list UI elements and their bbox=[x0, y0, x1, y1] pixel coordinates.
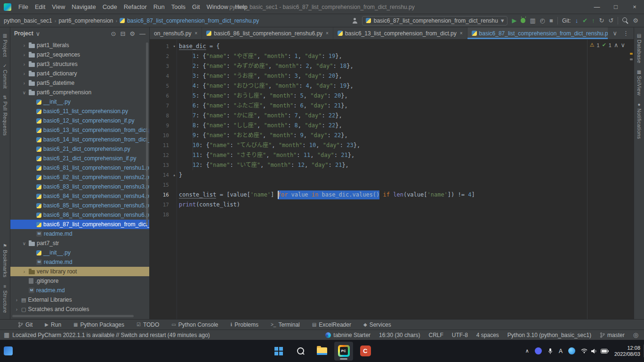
status-line-ending[interactable]: CRLF bbox=[428, 332, 443, 338]
widgets-icon[interactable] bbox=[4, 346, 13, 355]
tray-expand-icon[interactable]: ∧ bbox=[525, 348, 529, 354]
code-line-7[interactable]: 6: {"name": "ふたご座", "month": 6, "day": 2… bbox=[179, 101, 634, 111]
maximize-button[interactable]: □ bbox=[606, 0, 625, 14]
tree-item-basic6-21-dict-comprehension-if-py[interactable]: basic6_21_dict_comprehension_if.py bbox=[10, 154, 149, 163]
line-number-17[interactable]: 17 bbox=[150, 200, 177, 210]
inspections-widget[interactable]: ⚠ 1 ✔ 1 ∧ ∨ bbox=[590, 42, 625, 48]
debug-button[interactable] bbox=[521, 18, 525, 23]
hidden-tabs-icon[interactable]: ∨ bbox=[612, 30, 617, 36]
code-line-15[interactable] bbox=[179, 180, 634, 190]
menu-refactor[interactable]: Refactor bbox=[121, 0, 150, 14]
code-line-18[interactable] bbox=[179, 210, 634, 220]
minimize-button[interactable]: — bbox=[588, 0, 606, 14]
line-number-7[interactable]: 7 bbox=[150, 101, 177, 111]
toolwindow-button-run[interactable]: ▶Run bbox=[45, 321, 61, 328]
code-with-me-icon[interactable] bbox=[352, 18, 358, 24]
tree-item-basic6-85-list-comprehension-renshu5-py[interactable]: basic6_85_list_comprehension_renshu5.py bbox=[10, 201, 149, 210]
toolwindow-button-structure[interactable]: ≡Structure bbox=[2, 281, 8, 316]
status-indent[interactable]: 4 spaces bbox=[476, 332, 499, 338]
search-everywhere-icon[interactable] bbox=[622, 17, 628, 24]
code-line-1[interactable]: base_dic = { bbox=[179, 41, 634, 51]
toolwindow-button-bookmarks[interactable]: ⚑Bookmarks bbox=[2, 240, 8, 281]
project-view-title[interactable]: Project bbox=[14, 30, 33, 37]
menu-window[interactable]: Window bbox=[203, 0, 232, 14]
project-vertical-scrollbar[interactable] bbox=[146, 42, 148, 225]
cortana-icon[interactable] bbox=[568, 347, 575, 354]
toolwindow-button-excelreader[interactable]: ▤ExcelReader bbox=[312, 321, 351, 328]
fold-close-icon[interactable]: ▴ bbox=[173, 170, 176, 180]
ime-indicator[interactable]: A bbox=[559, 348, 563, 354]
tree-item-basic6-83-list-comprehension-renshu3-py[interactable]: basic6_83_list_comprehension_renshu3.py bbox=[10, 182, 149, 191]
git-push-button[interactable]: ↑ bbox=[592, 17, 595, 24]
toolwindow-button-services[interactable]: ◆Services bbox=[363, 321, 391, 328]
line-number-5[interactable]: 5 bbox=[150, 81, 177, 91]
profiler-button[interactable]: ◴ bbox=[540, 17, 545, 24]
close-tab-icon[interactable]: × bbox=[460, 31, 463, 36]
code-line-9[interactable]: 8: {"name": "しし座", "month": 8, "day": 22… bbox=[179, 121, 634, 131]
close-button[interactable]: × bbox=[625, 0, 644, 14]
code-line-11[interactable]: 10: {"name": "てんびん座", "month": 10, "day"… bbox=[179, 140, 634, 150]
status-caret-info[interactable]: 16:30 (30 chars) bbox=[379, 332, 420, 338]
line-number-12[interactable]: 12 bbox=[150, 150, 177, 160]
line-number-10[interactable]: 10 bbox=[150, 131, 177, 140]
toolwindow-button-sciview[interactable]: ▦SciView bbox=[636, 66, 642, 99]
menu-git[interactable]: Git bbox=[189, 0, 203, 14]
toolwindow-button-pull-requests[interactable]: ⇅Pull Requests bbox=[2, 92, 8, 139]
status-python-interpreter[interactable]: Python 3.10 (python_basic_sec1) bbox=[507, 332, 591, 338]
code-line-17[interactable]: print(conste_list) bbox=[179, 200, 634, 210]
taskbar-explorer[interactable] bbox=[313, 342, 331, 361]
code-line-12[interactable]: 11: {"name": "さそり座", "month": 11, "day":… bbox=[179, 150, 634, 160]
more-options-icon[interactable]: ⋮ bbox=[623, 30, 629, 36]
line-number-4[interactable]: 4 bbox=[150, 71, 177, 81]
tree-item-gitignore[interactable]: .gitignore bbox=[10, 276, 149, 286]
toolwindow-button-todo[interactable]: ☑TODO bbox=[137, 321, 159, 328]
close-tab-icon[interactable]: × bbox=[326, 31, 329, 36]
menu-code[interactable]: Code bbox=[99, 0, 121, 14]
tree-item-basic6-12-list-comprehension-if-py[interactable]: basic6_12_list_comprehension_if.py bbox=[10, 116, 149, 125]
discord-icon[interactable] bbox=[535, 347, 542, 354]
coverage-button[interactable]: ▥ bbox=[530, 17, 535, 24]
git-history-button[interactable]: ↻ bbox=[599, 17, 604, 24]
code-line-2[interactable]: 1: {"name": "やぎ座", "month": 1, "day": 19… bbox=[179, 51, 634, 61]
hide-panel-icon[interactable]: — bbox=[139, 31, 145, 37]
locate-file-icon[interactable]: ⊙ bbox=[111, 31, 116, 37]
tree-item-basic6-11-list-comprehension-py[interactable]: basic6_11_list_comprehension.py bbox=[10, 107, 149, 116]
toolwindow-button-python-console[interactable]: ▭Python Console bbox=[171, 321, 218, 328]
line-number-1[interactable]: 1▾ bbox=[150, 41, 177, 51]
tree-item-basic6-84-list-comprehension-renshu4-py[interactable]: basic6_84_list_comprehension_renshu4.py bbox=[10, 191, 149, 201]
menu-file[interactable]: File bbox=[15, 0, 32, 14]
tree-item-init-py[interactable]: __init__.py bbox=[10, 97, 149, 107]
gear-icon[interactable]: ⚙ bbox=[129, 31, 135, 37]
toolwindow-button-notifications[interactable]: ●Notifications bbox=[636, 99, 642, 142]
tree-item-readme-md[interactable]: Mreadme.md bbox=[10, 257, 149, 267]
tree-item-basic6-81-list-comprehension-renshu1-py[interactable]: basic6_81_list_comprehension_renshu1.py bbox=[10, 163, 149, 173]
tree-item-external-libraries[interactable]: ›▤External Libraries bbox=[10, 295, 149, 304]
taskbar-pycharm[interactable]: PC bbox=[334, 342, 353, 361]
status-globe[interactable]: ◎ bbox=[633, 332, 638, 338]
line-number-11[interactable]: 11 bbox=[150, 140, 177, 150]
collapse-all-icon[interactable]: ⊟ bbox=[120, 31, 125, 37]
tree-item-part5-datetime[interactable]: ›part5_datetime bbox=[10, 78, 149, 88]
code-line-4[interactable]: 3: {"name": "うお座", "month": 3, "day": 20… bbox=[179, 71, 634, 81]
code-line-14[interactable]: } bbox=[179, 170, 634, 180]
editor-tab-basic6-86-list-comprehension-renshu6-py[interactable]: basic6_86_list_comprehension_renshu6.py× bbox=[202, 27, 333, 39]
fold-open-icon[interactable]: ▾ bbox=[173, 41, 176, 51]
toolwindow-button-git[interactable]: Git bbox=[18, 321, 32, 328]
menu-run[interactable]: Run bbox=[150, 0, 168, 14]
code-editor[interactable]: 1▾234567891011121314▴15161718 base_dic =… bbox=[150, 40, 634, 319]
code-line-13[interactable]: 12: {"name": "いて座", "month": 12, "day": … bbox=[179, 160, 634, 170]
code-line-6[interactable]: 5: {"name": "おうし座", "month": 5, "day": 2… bbox=[179, 91, 634, 101]
tree-item-basic6-14-list-comprehension-from-dict-if-py[interactable]: basic6_14_list_comprehension_from_dict_i… bbox=[10, 135, 149, 144]
code-line-10[interactable]: 9: {"name": "おとめ座", "month": 9, "day": 2… bbox=[179, 131, 634, 140]
run-button[interactable]: ▶ bbox=[512, 17, 516, 24]
run-configuration-select[interactable]: basic6_87_list_comprehension_from_dict_r… bbox=[362, 16, 508, 25]
tree-item-basic6-21-dict-comprehension-py[interactable]: basic6_21_dict_comprehension.py bbox=[10, 144, 149, 154]
tree-item-part7-str[interactable]: ∨part7_str bbox=[10, 239, 149, 248]
line-number-2[interactable]: 2 bbox=[150, 51, 177, 61]
editor-tab-basic6-87-list-comprehension-from-dict-renshu-py[interactable]: basic6_87_list_comprehension_from_dict_r… bbox=[467, 27, 608, 39]
toolwindow-button-python-packages[interactable]: ▦Python Packages bbox=[73, 321, 124, 328]
breadcrumb-item-0[interactable]: python_basic_sec1 bbox=[4, 17, 52, 24]
tree-item-part4-dictionary[interactable]: ›part4_dictionary bbox=[10, 69, 149, 78]
chevron-down-icon[interactable]: ∨ bbox=[36, 31, 40, 37]
breadcrumb-item-1[interactable]: part6_comprehension bbox=[58, 17, 113, 24]
